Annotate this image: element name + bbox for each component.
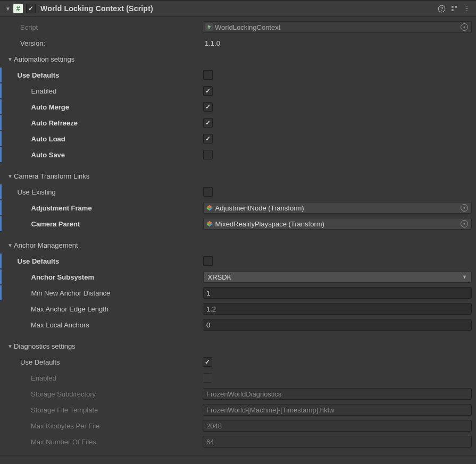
automation-enabled-row: Enabled [0, 83, 476, 99]
max-number-of-files-row: Max Number Of Files [0, 434, 476, 450]
component-header: ▼ # World Locking Context (Script) [0, 0, 476, 17]
auto-merge-row: Auto Merge [0, 99, 476, 115]
override-bar [0, 68, 2, 82]
section-camera-transform-links[interactable]: ▼ Camera Transform Links [0, 168, 476, 184]
min-new-anchor-distance-label: Min New Anchor Distance [4, 289, 203, 297]
preset-icon[interactable] [449, 4, 459, 13]
divider [0, 455, 476, 455]
camera-parent-value: MixedRealityPlayspace (Transform) [215, 220, 460, 228]
camera-parent-field[interactable]: MixedRealityPlayspace (Transform) [203, 218, 472, 230]
diag-use-defaults-row: Use Defaults [0, 354, 476, 370]
auto-merge-label: Auto Merge [4, 103, 203, 111]
adjustment-frame-field[interactable]: AdjustmentNode (Transform) [203, 202, 472, 214]
anchor-mgmt-section-label: Anchor Management [14, 241, 78, 249]
max-anchor-edge-length-row: Max Anchor Edge Length [0, 301, 476, 317]
anchor-use-defaults-label: Use Defaults [4, 257, 203, 265]
override-bar [0, 83, 2, 98]
component-title: World Locking Context (Script) [40, 4, 153, 13]
script-label: Script [3, 23, 203, 31]
auto-load-label: Auto Load [4, 135, 203, 143]
use-existing-label: Use Existing [4, 188, 203, 196]
min-new-anchor-distance-row: Min New Anchor Distance [0, 285, 476, 301]
storage-file-template-row: Storage File Template [0, 402, 476, 418]
override-bar [0, 200, 2, 215]
override-bar [0, 99, 2, 114]
script-mini-icon: # [205, 23, 213, 31]
script-picker-icon [460, 22, 469, 32]
max-kilobytes-per-file-label: Max Kilobytes Per File [3, 422, 203, 430]
max-kilobytes-per-file-input [203, 420, 472, 432]
auto-load-checkbox[interactable] [203, 134, 213, 144]
anchor-subsystem-row: Anchor Subsystem XRSDK ▼ [0, 269, 476, 285]
min-new-anchor-distance-input[interactable] [203, 287, 472, 299]
anchor-subsystem-dropdown[interactable]: XRSDK ▼ [203, 271, 472, 283]
component-enable-checkbox[interactable] [26, 4, 36, 13]
help-icon[interactable] [437, 4, 446, 13]
diag-enabled-row: Enabled [0, 370, 476, 386]
anchor-use-defaults-row: Use Defaults [0, 253, 476, 269]
override-bar [0, 254, 2, 268]
section-anchor-management[interactable]: ▼ Anchor Management [0, 237, 476, 253]
context-menu-icon[interactable] [462, 4, 472, 13]
auto-refreeze-label: Auto Refreeze [4, 119, 203, 127]
script-name: WorldLockingContext [215, 23, 460, 31]
max-anchor-edge-length-input[interactable] [203, 303, 472, 315]
automation-use-defaults-checkbox[interactable] [203, 70, 213, 80]
component-foldout-icon[interactable]: ▼ [4, 5, 12, 12]
adjustment-frame-label: Adjustment Frame [4, 204, 203, 212]
max-local-anchors-row: Max Local Anchors [0, 317, 476, 333]
diagnostics-section-label: Diagnostics settings [14, 342, 76, 350]
auto-refreeze-checkbox[interactable] [203, 118, 213, 128]
override-bar [0, 285, 2, 300]
script-field: # WorldLockingContext [203, 21, 472, 33]
object-picker-icon[interactable] [460, 203, 469, 213]
automation-enabled-label: Enabled [4, 87, 203, 95]
chevron-down-icon: ▼ [6, 342, 14, 350]
diag-use-defaults-checkbox[interactable] [203, 357, 212, 367]
svg-rect-2 [452, 6, 454, 8]
svg-rect-3 [455, 6, 457, 8]
auto-refreeze-row: Auto Refreeze [0, 115, 476, 131]
diag-enabled-checkbox [203, 373, 212, 383]
svg-point-7 [466, 10, 467, 11]
auto-save-label: Auto Save [4, 151, 203, 159]
transform-icon [206, 204, 213, 212]
script-icon: # [13, 4, 23, 13]
object-picker-icon[interactable] [460, 219, 469, 229]
override-bar [0, 216, 2, 231]
version-row: Version: 1.1.0 [0, 35, 476, 51]
max-local-anchors-label: Max Local Anchors [3, 321, 203, 329]
anchor-subsystem-value: XRSDK [208, 273, 463, 281]
storage-subdirectory-input [203, 388, 472, 400]
override-bar [0, 131, 2, 146]
auto-merge-checkbox[interactable] [203, 102, 213, 112]
storage-file-template-input [203, 404, 472, 416]
auto-save-checkbox[interactable] [203, 150, 213, 159]
max-anchor-edge-length-label: Max Anchor Edge Length [3, 305, 203, 313]
use-existing-checkbox[interactable] [203, 187, 213, 197]
override-bar [0, 115, 2, 130]
max-local-anchors-input[interactable] [203, 319, 472, 331]
automation-use-defaults-label: Use Defaults [4, 71, 203, 79]
camera-links-section-label: Camera Transform Links [14, 172, 89, 180]
override-bar [0, 269, 2, 284]
chevron-down-icon: ▼ [6, 55, 14, 63]
svg-point-6 [466, 8, 467, 9]
max-kilobytes-per-file-row: Max Kilobytes Per File [0, 418, 476, 434]
version-value: 1.1.0 [203, 39, 220, 47]
svg-rect-4 [452, 9, 454, 11]
version-label: Version: [3, 39, 203, 47]
anchor-use-defaults-checkbox[interactable] [203, 256, 213, 266]
automation-enabled-checkbox[interactable] [203, 86, 213, 96]
camera-parent-row: Camera Parent MixedRealityPlayspace (Tra… [0, 216, 476, 232]
anchor-subsystem-label: Anchor Subsystem [4, 273, 203, 281]
storage-file-template-label: Storage File Template [3, 406, 203, 414]
svg-point-5 [466, 6, 467, 7]
section-diagnostics-settings[interactable]: ▼ Diagnostics settings [0, 338, 476, 354]
storage-subdirectory-label: Storage Subdirectory [3, 390, 203, 398]
automation-section-label: Automation settings [14, 55, 74, 63]
adjustment-frame-row: Adjustment Frame AdjustmentNode (Transfo… [0, 200, 476, 216]
section-automation-settings[interactable]: ▼ Automation settings [0, 51, 476, 67]
transform-icon [206, 220, 213, 227]
svg-point-1 [441, 10, 442, 11]
